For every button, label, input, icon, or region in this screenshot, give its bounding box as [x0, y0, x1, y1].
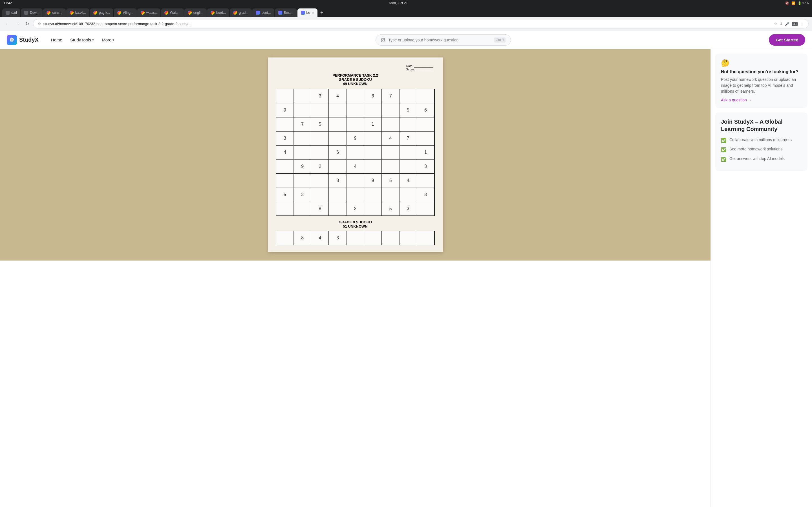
study-tools-chevron-icon: ▾	[92, 38, 94, 42]
check-icon-2: ✅	[721, 156, 726, 163]
download-icon[interactable]: ⬇	[779, 22, 783, 26]
tab-favicon-7	[141, 11, 145, 15]
sudoku-row-7: 5 3 8	[276, 187, 435, 202]
tab-active[interactable]: be ✕	[297, 8, 317, 17]
security-icon: ⚙	[38, 22, 41, 26]
sudoku2-table: 8 4 3	[276, 231, 435, 245]
tab-2[interactable]: Dow...	[21, 8, 43, 17]
not-found-card: 🤔 Not the question you're looking for? P…	[715, 54, 808, 108]
nav-study-tools[interactable]: Study tools ▾	[67, 35, 97, 45]
sudoku-row-2: 7 5 1	[276, 117, 435, 131]
paper-header: Date: ___________ Score: ___________	[276, 64, 435, 71]
sudoku2-title: GRADE 9 SUDOKU 51 UNKNOWN	[276, 220, 435, 228]
tab-13[interactable]: Best...	[275, 8, 297, 17]
tab-9[interactable]: engli...	[185, 8, 207, 17]
tab-favicon-9	[188, 11, 192, 15]
search-shortcut: Ctrl+/	[494, 38, 506, 43]
nav-more[interactable]: More ▾	[98, 35, 117, 45]
tab-favicon-8	[164, 11, 168, 15]
sudoku1-grid: 3 4 6 7 9	[276, 89, 435, 216]
sidebar: 🤔 Not the question you're looking for? P…	[711, 49, 812, 507]
tab-favicon-13	[278, 11, 282, 15]
tab-favicon-6	[117, 11, 121, 15]
nav-home-label: Home	[51, 38, 62, 42]
nav-menu: Home Study tools ▾ More ▾	[48, 35, 117, 45]
tab-5[interactable]: pag k...	[90, 8, 113, 17]
tab-8[interactable]: Wala...	[161, 8, 184, 17]
tab-7[interactable]: walar...	[137, 8, 160, 17]
join-card: Join StudyX – A Global Learning Communit…	[715, 112, 808, 171]
ask-question-text: Ask a question	[721, 98, 747, 102]
tab-12[interactable]: bent...	[252, 8, 274, 17]
app-header: StudyX Home Study tools ▾ More ▾ 🖼 Ctrl+…	[0, 31, 812, 49]
tab-4[interactable]: kaaki...	[66, 8, 89, 17]
back-button[interactable]: ←	[3, 20, 11, 28]
extensions-badge[interactable]: 38	[792, 22, 798, 26]
sudoku2-grid: 8 4 3	[276, 231, 435, 245]
sudoku-image-wrapper: Date: ___________ Score: ___________ PER…	[0, 49, 711, 261]
join-title: Join StudyX – A Global Learning Communit…	[721, 118, 802, 133]
sudoku1-title: PERFORMANCE TASK 2.2 GRADE 9 SUDOKU 49 U…	[276, 73, 435, 86]
tab-3[interactable]: cons...	[43, 8, 65, 17]
reload-button[interactable]: ↻	[24, 19, 31, 28]
tab-6[interactable]: Aling...	[114, 8, 137, 17]
system-time: 11:42	[3, 1, 12, 5]
sudoku-row-4: 4 6 1	[276, 145, 435, 159]
mic-icon[interactable]: 🎤	[785, 22, 790, 26]
search-input[interactable]	[388, 38, 491, 42]
tab-1[interactable]: oad	[2, 8, 20, 17]
sudoku2-row-0: 8 4 3	[276, 231, 435, 245]
tab-favicon-3	[47, 11, 50, 15]
bookmark-icon[interactable]: ☆	[774, 22, 777, 26]
url-text: studyx.ai/homework/108170232-bentrampeto…	[43, 22, 772, 26]
sudoku-row-1: 9 5 6	[276, 103, 435, 117]
tab-favicon-10	[211, 11, 214, 15]
not-found-body: Post your homework question or upload an…	[721, 76, 802, 94]
logo-text: StudyX	[19, 37, 39, 43]
ask-question-link[interactable]: Ask a question →	[721, 98, 802, 102]
sudoku-row-3: 3 9 4 7	[276, 131, 435, 145]
check-icon-1: ✅	[721, 147, 726, 153]
tab-11[interactable]: grad...	[230, 8, 252, 17]
search-bar[interactable]: 🖼 Ctrl+/	[375, 34, 511, 46]
tab-favicon-4	[70, 11, 73, 15]
logo-icon	[7, 35, 17, 45]
sudoku-row-5: 9 2 4 3	[276, 159, 435, 173]
main-content: Date: ___________ Score: ___________ PER…	[0, 49, 812, 507]
sudoku1-grid-wrapper: 3 4 6 7 9	[276, 89, 435, 216]
content-area: Date: ___________ Score: ___________ PER…	[0, 49, 711, 507]
tab-favicon-active	[301, 11, 305, 15]
join-item-text-0: Collaborate with millions of learners	[729, 137, 792, 143]
join-item-2: ✅ Get answers with top AI models	[721, 156, 802, 163]
tab-favicon-2	[24, 11, 28, 15]
sudoku-row-0: 3 4 6 7	[276, 89, 435, 103]
forward-button[interactable]: →	[13, 20, 21, 28]
tab-favicon-11	[233, 11, 237, 15]
system-date: Mon, Oct 21	[389, 1, 408, 5]
tab-favicon-12	[256, 11, 260, 15]
more-chevron-icon: ▾	[112, 38, 114, 42]
sudoku-row-8: 8 2 5 3	[276, 202, 435, 216]
sudoku-row-6: 8 9 5 4	[276, 173, 435, 187]
nav-study-tools-label: Study tools	[70, 38, 91, 42]
get-started-button[interactable]: Get Started	[769, 34, 805, 46]
new-tab-button[interactable]: +	[318, 9, 326, 17]
tab-favicon-5	[93, 11, 97, 15]
tab-bar: oad Dow... cons... kaaki... pag k... Ali…	[0, 6, 812, 17]
search-icon: 🖼	[381, 38, 386, 43]
mute-icon: 🔇	[785, 1, 789, 5]
nav-home[interactable]: Home	[48, 35, 66, 45]
join-item-text-2: Get answers with top AI models	[729, 156, 784, 162]
battery-icon: 🔋 97%	[798, 1, 809, 5]
tab-close-icon[interactable]: ✕	[312, 11, 314, 14]
logo[interactable]: StudyX	[7, 35, 39, 45]
not-found-title: Not the question you're looking for?	[721, 69, 802, 74]
tab-favicon-1	[6, 11, 10, 15]
join-item-text-1: See more homework solutions	[729, 147, 782, 152]
sudoku-paper: Date: ___________ Score: ___________ PER…	[268, 57, 443, 252]
arrow-right-icon: →	[748, 98, 752, 102]
nav-bar: ← → ↻ ⚙ studyx.ai/homework/108170232-ben…	[0, 17, 812, 31]
address-bar[interactable]: ⚙ studyx.ai/homework/108170232-bentrampe…	[33, 19, 809, 29]
menu-icon[interactable]: ⋮	[800, 22, 804, 26]
tab-10[interactable]: bord...	[207, 8, 229, 17]
